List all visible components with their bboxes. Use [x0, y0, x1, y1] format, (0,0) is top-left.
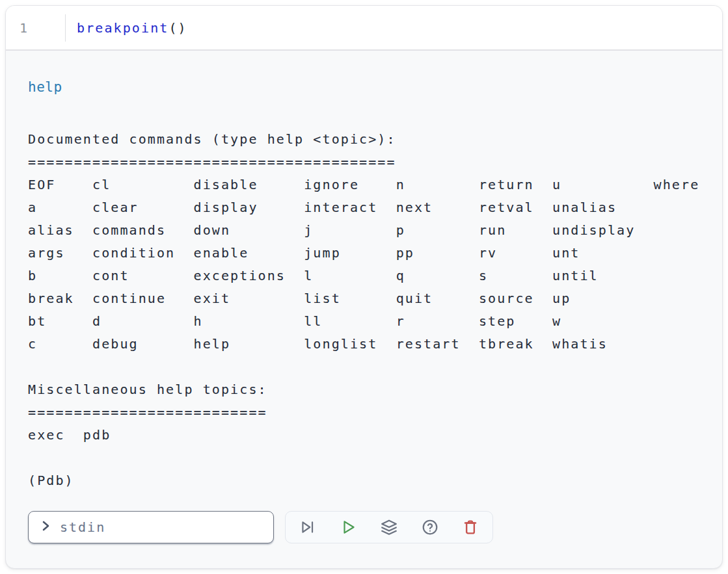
pdb-command-table: EOF cl disable ignore n return u where a… — [28, 177, 699, 352]
step-over-button[interactable] — [299, 519, 316, 536]
stdin-row — [28, 511, 722, 543]
stdin-input-box[interactable] — [28, 511, 274, 543]
stack-button[interactable] — [381, 519, 398, 536]
misc-help-topics: exec pdb — [28, 427, 111, 443]
line-number: 1 — [20, 20, 29, 36]
layers-icon — [381, 519, 398, 536]
help-circle-icon — [422, 519, 438, 536]
stdin-input[interactable] — [60, 519, 263, 535]
notebook-cell: 1 breakpoint() help Documented commands … — [5, 5, 723, 569]
console-toolbar — [285, 511, 493, 543]
code-token-punctuation: () — [169, 20, 187, 36]
trash-icon — [462, 519, 479, 536]
documented-commands-ruler: ======================================== — [28, 154, 396, 170]
code-line[interactable]: breakpoint() — [66, 6, 187, 49]
pdb-help-output: Documented commands (type help <topic>):… — [28, 128, 722, 492]
misc-help-ruler: ========================== — [28, 404, 267, 420]
misc-help-header: Miscellaneous help topics: — [28, 382, 267, 397]
prompt-chevron-icon — [39, 519, 52, 535]
editor-gutter: 1 — [6, 6, 66, 49]
run-button[interactable] — [340, 519, 357, 536]
pdb-prompt: (Pdb) — [28, 473, 74, 488]
play-icon — [340, 519, 357, 536]
documented-commands-header: Documented commands (type help <topic>): — [28, 131, 396, 147]
code-editor: 1 breakpoint() — [6, 6, 722, 51]
skip-forward-icon — [299, 519, 316, 536]
help-button[interactable] — [422, 519, 438, 536]
clear-button[interactable] — [462, 519, 479, 536]
stdin-echo: help — [28, 79, 722, 96]
console-output-area: help Documented commands (type help <top… — [6, 51, 722, 543]
code-token-builtin: breakpoint — [77, 20, 169, 36]
